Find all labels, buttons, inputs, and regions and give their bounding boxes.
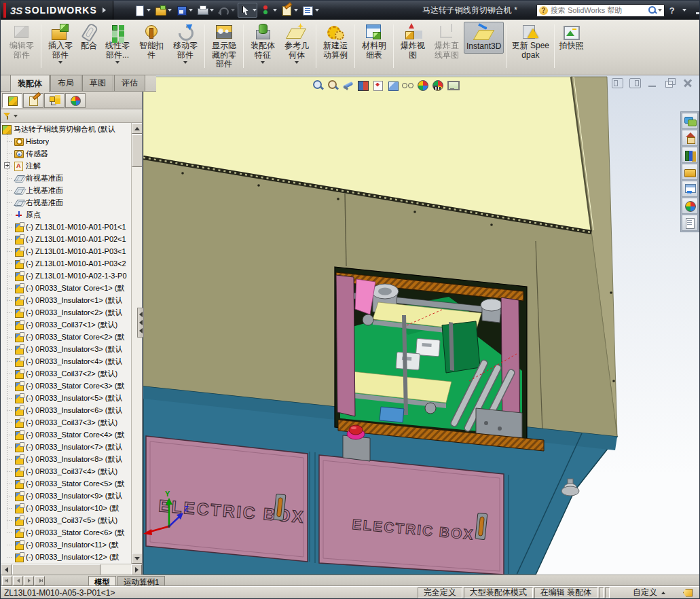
help-button[interactable] xyxy=(665,5,680,16)
dropdown-arrow-icon[interactable] xyxy=(168,9,172,12)
tree-item[interactable]: (-) 0R033_Coil37<4> (默认) xyxy=(1,465,131,477)
tree-item[interactable]: (-) 0R033_Coil37<3> (默认) xyxy=(1,416,131,429)
doc-close-button[interactable] xyxy=(682,78,694,88)
ribbon-button[interactable]: 移动零部件 xyxy=(168,22,202,65)
document-mode-tab[interactable]: 运动算例1 xyxy=(117,576,165,586)
save-button[interactable] xyxy=(174,3,194,18)
filter-dropdown-icon[interactable] xyxy=(14,115,18,117)
ribbon-dropdown-arrow-icon[interactable] xyxy=(261,61,265,64)
dropdown-arrow-icon[interactable] xyxy=(253,9,257,12)
first-tab-button[interactable] xyxy=(2,576,12,585)
ribbon-button[interactable] xyxy=(39,22,43,71)
tree-item[interactable]: (-) 0R033_Coil37<1> (默认) xyxy=(1,319,131,331)
displaymanager-tab[interactable] xyxy=(65,93,86,108)
tree-item[interactable]: (-) 0R033_Insulator<11> (默 xyxy=(1,539,131,551)
options-button[interactable] xyxy=(301,3,320,18)
command-tab[interactable]: 草图 xyxy=(82,75,113,91)
tree-item[interactable]: (-) 0R033_Insulator<5> (默认 xyxy=(1,392,131,404)
propertymanager-tab[interactable] xyxy=(23,93,43,108)
expand-plus-icon[interactable] xyxy=(4,162,10,168)
doc-minimize-button[interactable] xyxy=(647,78,659,88)
left-pink-column[interactable] xyxy=(336,275,355,416)
tree-item[interactable]: (-) 0R033_Insulator<1> (默认 xyxy=(1,294,131,306)
doc-restore-button[interactable] xyxy=(665,78,676,88)
minimize-button[interactable] xyxy=(692,5,700,16)
ribbon-button[interactable]: 爆炸视图 xyxy=(396,22,430,61)
previous-view-button[interactable] xyxy=(342,79,354,92)
ribbon-button[interactable]: 材料明细表 xyxy=(357,22,391,61)
tag-icon[interactable] xyxy=(683,589,693,597)
scroll-down-button[interactable] xyxy=(132,553,142,564)
dropdown-arrow-icon[interactable] xyxy=(315,9,319,12)
view-orientation-button[interactable] xyxy=(371,79,384,92)
blue-block[interactable] xyxy=(380,407,404,422)
tree-item[interactable]: 原点 xyxy=(1,208,131,221)
ribbon-button[interactable]: 智能扣件 xyxy=(134,22,168,61)
tree-item[interactable]: (-) 0R033_Insulator<9> (默认 xyxy=(1,490,131,502)
ribbon-button[interactable] xyxy=(241,22,246,71)
tree-item[interactable]: (-) ZL13L01-M010-A01-P03<1 xyxy=(1,245,131,257)
ribbon-dropdown-arrow-icon[interactable] xyxy=(58,61,62,64)
tree-item[interactable]: (-) 0R033_Stator Core<1> (默 xyxy=(1,282,131,294)
tree-item[interactable]: (-) 0R033_Insulator<4> (默认 xyxy=(1,355,131,367)
tree-root-item[interactable]: 马达转子铜线剪切铆合机 (默认 xyxy=(1,123,131,135)
dropdown-arrow-icon[interactable] xyxy=(231,9,235,12)
apply-scene-button[interactable] xyxy=(431,79,444,92)
document-mode-tab[interactable]: 模型 xyxy=(88,576,116,586)
undo-button[interactable] xyxy=(217,3,236,18)
interference-stoplight-button[interactable] xyxy=(259,3,278,18)
command-tab[interactable]: 装配体 xyxy=(10,75,50,92)
view-palette-button[interactable] xyxy=(682,181,698,197)
tree-item[interactable]: (-) 0R033_Insulator<8> (默认 xyxy=(1,453,131,465)
featuremanager-tab[interactable] xyxy=(2,93,22,108)
tree-item[interactable]: (-) 0R033_Stator Core<4> (默 xyxy=(1,429,131,441)
search-icon[interactable] xyxy=(648,6,657,14)
electric-box-door-right[interactable] xyxy=(319,455,504,575)
doc-pane-right-button[interactable] xyxy=(629,78,641,88)
open-document-button[interactable] xyxy=(153,3,173,18)
view-settings-button[interactable] xyxy=(446,79,459,92)
display-style-button[interactable] xyxy=(386,79,399,92)
dropdown-arrow-icon[interactable] xyxy=(189,9,193,12)
ribbon-button[interactable]: 插入零部件 xyxy=(43,22,77,65)
next-tab-button[interactable] xyxy=(24,576,34,585)
command-tab[interactable]: 布局 xyxy=(50,75,81,91)
green-panel-slab[interactable] xyxy=(442,321,480,373)
annotation-note-button[interactable] xyxy=(280,3,299,18)
print-button[interactable] xyxy=(196,3,215,18)
tree-item[interactable]: (-) 0R033_Insulator<3> (默认 xyxy=(1,343,131,355)
custom-properties-button[interactable] xyxy=(682,215,698,231)
prev-tab-button[interactable] xyxy=(13,576,23,585)
section-view-button[interactable] xyxy=(356,79,369,92)
tree-item[interactable]: (-) 0R033_Insulator<10> (默 xyxy=(1,502,131,514)
ribbon-button[interactable]: 编辑零部件 xyxy=(5,22,39,61)
menu-expand-icon[interactable] xyxy=(103,7,106,13)
tree-item[interactable]: (-) ZL13L01-M010-A01-P02<1 xyxy=(1,233,131,245)
tree-item[interactable]: 上视基准面 xyxy=(1,184,131,196)
machinery-bay[interactable] xyxy=(335,267,544,451)
select-tool-button[interactable] xyxy=(238,3,257,18)
scroll-up-button[interactable] xyxy=(132,123,142,134)
zoom-to-fit-button[interactable] xyxy=(312,79,325,92)
ribbon-dropdown-arrow-icon[interactable] xyxy=(115,61,119,64)
tree-item[interactable]: (-) 0R033_Insulator<7> (默认 xyxy=(1,441,131,453)
ribbon-button[interactable] xyxy=(504,22,509,71)
zoom-to-area-button[interactable] xyxy=(327,79,339,92)
tree-item[interactable]: 前视基准面 xyxy=(1,172,131,184)
ribbon-button[interactable] xyxy=(202,22,207,71)
dropdown-arrow-icon[interactable] xyxy=(294,9,298,12)
tree-item[interactable]: History xyxy=(1,135,131,147)
solidworks-forum-button[interactable] xyxy=(682,113,698,129)
appearances-scenes-button[interactable] xyxy=(682,198,698,214)
graphics-area[interactable]: ELECTRIC BOX ELECTRIC BOX xyxy=(143,75,700,575)
dropdown-arrow-icon[interactable] xyxy=(273,9,277,12)
ribbon-button[interactable]: 显示隐藏的零部件 xyxy=(207,22,241,71)
ribbon-button[interactable] xyxy=(552,22,557,71)
filter-funnel-icon[interactable] xyxy=(3,112,12,120)
tree-item[interactable]: (-) 0R033_Insulator<2> (默认 xyxy=(1,306,131,319)
tree-item[interactable]: (-) 0R033_Stator Core<2> (默 xyxy=(1,331,131,343)
search-input[interactable] xyxy=(551,6,647,14)
ribbon-button[interactable] xyxy=(314,22,318,71)
command-tab[interactable]: 评估 xyxy=(114,75,145,91)
tree-item[interactable]: 右视基准面 xyxy=(1,196,131,208)
